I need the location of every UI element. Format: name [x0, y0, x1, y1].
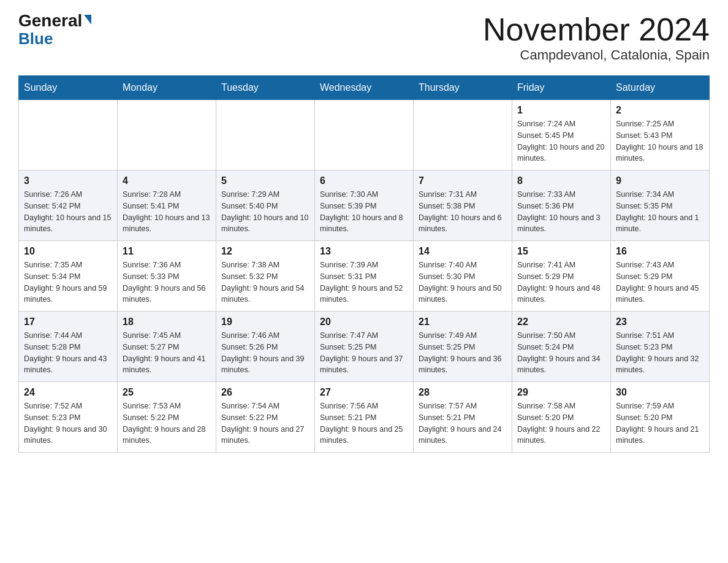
day-number: 8: [517, 175, 605, 186]
day-info: Sunrise: 7:33 AMSunset: 5:36 PMDaylight:…: [517, 189, 605, 235]
logo-text-line1: General: [18, 12, 91, 29]
table-row: 29Sunrise: 7:58 AMSunset: 5:20 PMDayligh…: [512, 382, 611, 453]
table-row: 25Sunrise: 7:53 AMSunset: 5:22 PMDayligh…: [118, 382, 216, 453]
day-number: 25: [123, 387, 211, 398]
day-number: 23: [616, 316, 704, 327]
table-row: 16Sunrise: 7:43 AMSunset: 5:29 PMDayligh…: [611, 241, 710, 312]
day-info: Sunrise: 7:58 AMSunset: 5:20 PMDaylight:…: [517, 400, 605, 446]
day-number: 2: [616, 105, 704, 116]
day-info: Sunrise: 7:44 AMSunset: 5:28 PMDaylight:…: [24, 330, 112, 376]
day-info: Sunrise: 7:45 AMSunset: 5:27 PMDaylight:…: [123, 330, 211, 376]
table-row: 17Sunrise: 7:44 AMSunset: 5:28 PMDayligh…: [19, 312, 118, 382]
day-number: 11: [123, 246, 211, 257]
table-row: 6Sunrise: 7:30 AMSunset: 5:39 PMDaylight…: [315, 170, 414, 241]
day-number: 3: [24, 175, 112, 186]
day-info: Sunrise: 7:46 AMSunset: 5:26 PMDaylight:…: [221, 330, 309, 376]
calendar-week-row: 24Sunrise: 7:52 AMSunset: 5:23 PMDayligh…: [19, 382, 710, 453]
day-number: 16: [616, 246, 704, 257]
day-info: Sunrise: 7:35 AMSunset: 5:34 PMDaylight:…: [24, 259, 112, 305]
table-row: 22Sunrise: 7:50 AMSunset: 5:24 PMDayligh…: [512, 312, 611, 382]
day-info: Sunrise: 7:54 AMSunset: 5:22 PMDaylight:…: [221, 400, 309, 446]
table-row: 8Sunrise: 7:33 AMSunset: 5:36 PMDaylight…: [512, 170, 611, 241]
table-row: 28Sunrise: 7:57 AMSunset: 5:21 PMDayligh…: [414, 382, 512, 453]
table-row: 2Sunrise: 7:25 AMSunset: 5:43 PMDaylight…: [611, 100, 710, 170]
day-number: 30: [616, 387, 704, 398]
calendar-week-row: 10Sunrise: 7:35 AMSunset: 5:34 PMDayligh…: [19, 241, 710, 312]
col-monday: Monday: [118, 76, 216, 100]
logo: General Blue: [18, 12, 91, 48]
day-number: 24: [24, 387, 112, 398]
day-number: 13: [320, 246, 408, 257]
day-info: Sunrise: 7:26 AMSunset: 5:42 PMDaylight:…: [24, 189, 112, 235]
col-tuesday: Tuesday: [216, 76, 315, 100]
day-info: Sunrise: 7:41 AMSunset: 5:29 PMDaylight:…: [517, 259, 605, 305]
table-row: 14Sunrise: 7:40 AMSunset: 5:30 PMDayligh…: [414, 241, 512, 312]
table-row: 12Sunrise: 7:38 AMSunset: 5:32 PMDayligh…: [216, 241, 315, 312]
col-wednesday: Wednesday: [315, 76, 414, 100]
table-row: [414, 100, 512, 170]
calendar-week-row: 1Sunrise: 7:24 AMSunset: 5:45 PMDaylight…: [19, 100, 710, 170]
day-number: 20: [320, 316, 408, 327]
calendar-table: Sunday Monday Tuesday Wednesday Thursday…: [18, 75, 710, 453]
day-info: Sunrise: 7:40 AMSunset: 5:30 PMDaylight:…: [419, 259, 507, 305]
day-info: Sunrise: 7:38 AMSunset: 5:32 PMDaylight:…: [221, 259, 309, 305]
day-info: Sunrise: 7:25 AMSunset: 5:43 PMDaylight:…: [616, 118, 704, 164]
day-number: 10: [24, 246, 112, 257]
table-row: 4Sunrise: 7:28 AMSunset: 5:41 PMDaylight…: [118, 170, 216, 241]
title-block: November 2024 Campdevanol, Catalonia, Sp…: [483, 12, 710, 63]
table-row: 5Sunrise: 7:29 AMSunset: 5:40 PMDaylight…: [216, 170, 315, 241]
day-number: 18: [123, 316, 211, 327]
table-row: 3Sunrise: 7:26 AMSunset: 5:42 PMDaylight…: [19, 170, 118, 241]
col-saturday: Saturday: [611, 76, 710, 100]
day-number: 15: [517, 246, 605, 257]
table-row: 23Sunrise: 7:51 AMSunset: 5:23 PMDayligh…: [611, 312, 710, 382]
table-row: 15Sunrise: 7:41 AMSunset: 5:29 PMDayligh…: [512, 241, 611, 312]
table-row: 1Sunrise: 7:24 AMSunset: 5:45 PMDaylight…: [512, 100, 611, 170]
table-row: 11Sunrise: 7:36 AMSunset: 5:33 PMDayligh…: [118, 241, 216, 312]
table-row: 30Sunrise: 7:59 AMSunset: 5:20 PMDayligh…: [611, 382, 710, 453]
day-number: 29: [517, 387, 605, 398]
day-info: Sunrise: 7:28 AMSunset: 5:41 PMDaylight:…: [123, 189, 211, 235]
logo-text-line2: Blue: [18, 29, 53, 48]
col-sunday: Sunday: [19, 76, 118, 100]
table-row: 27Sunrise: 7:56 AMSunset: 5:21 PMDayligh…: [315, 382, 414, 453]
table-row: 10Sunrise: 7:35 AMSunset: 5:34 PMDayligh…: [19, 241, 118, 312]
table-row: 9Sunrise: 7:34 AMSunset: 5:35 PMDaylight…: [611, 170, 710, 241]
day-number: 26: [221, 387, 309, 398]
table-row: 24Sunrise: 7:52 AMSunset: 5:23 PMDayligh…: [19, 382, 118, 453]
table-row: 21Sunrise: 7:49 AMSunset: 5:25 PMDayligh…: [414, 312, 512, 382]
page-header: General Blue November 2024 Campdevanol, …: [18, 12, 710, 63]
day-number: 5: [221, 175, 309, 186]
day-number: 21: [419, 316, 507, 327]
table-row: 7Sunrise: 7:31 AMSunset: 5:38 PMDaylight…: [414, 170, 512, 241]
table-row: 18Sunrise: 7:45 AMSunset: 5:27 PMDayligh…: [118, 312, 216, 382]
day-info: Sunrise: 7:29 AMSunset: 5:40 PMDaylight:…: [221, 189, 309, 235]
calendar-subtitle: Campdevanol, Catalonia, Spain: [483, 47, 710, 63]
table-row: [118, 100, 216, 170]
day-number: 1: [517, 105, 605, 116]
table-row: 26Sunrise: 7:54 AMSunset: 5:22 PMDayligh…: [216, 382, 315, 453]
day-number: 19: [221, 316, 309, 327]
day-number: 28: [419, 387, 507, 398]
table-row: [315, 100, 414, 170]
table-row: [19, 100, 118, 170]
calendar-header-row: Sunday Monday Tuesday Wednesday Thursday…: [19, 76, 710, 100]
day-info: Sunrise: 7:57 AMSunset: 5:21 PMDaylight:…: [419, 400, 507, 446]
day-number: 4: [123, 175, 211, 186]
day-info: Sunrise: 7:53 AMSunset: 5:22 PMDaylight:…: [123, 400, 211, 446]
day-number: 22: [517, 316, 605, 327]
day-info: Sunrise: 7:39 AMSunset: 5:31 PMDaylight:…: [320, 259, 408, 305]
table-row: 20Sunrise: 7:47 AMSunset: 5:25 PMDayligh…: [315, 312, 414, 382]
day-number: 14: [419, 246, 507, 257]
table-row: 19Sunrise: 7:46 AMSunset: 5:26 PMDayligh…: [216, 312, 315, 382]
day-number: 17: [24, 316, 112, 327]
day-info: Sunrise: 7:51 AMSunset: 5:23 PMDaylight:…: [616, 330, 704, 376]
day-info: Sunrise: 7:47 AMSunset: 5:25 PMDaylight:…: [320, 330, 408, 376]
day-info: Sunrise: 7:56 AMSunset: 5:21 PMDaylight:…: [320, 400, 408, 446]
calendar-title: November 2024: [483, 12, 710, 47]
day-info: Sunrise: 7:24 AMSunset: 5:45 PMDaylight:…: [517, 118, 605, 164]
calendar-week-row: 3Sunrise: 7:26 AMSunset: 5:42 PMDaylight…: [19, 170, 710, 241]
day-number: 9: [616, 175, 704, 186]
day-number: 12: [221, 246, 309, 257]
day-info: Sunrise: 7:50 AMSunset: 5:24 PMDaylight:…: [517, 330, 605, 376]
